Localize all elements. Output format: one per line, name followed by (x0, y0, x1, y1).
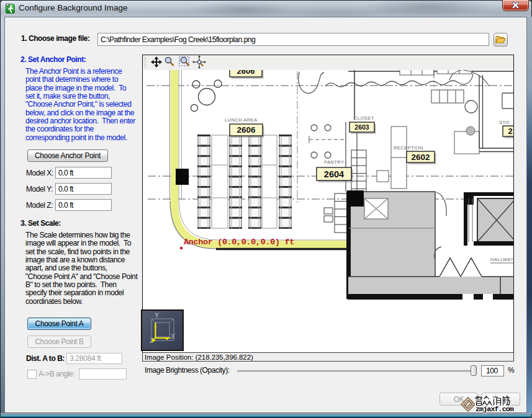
svg-text:Y: Y (155, 311, 159, 319)
svg-text:2606: 2606 (237, 70, 255, 76)
svg-text:Z: Z (150, 337, 153, 344)
svg-text:PANTRY: PANTRY (324, 159, 345, 165)
svg-text:Anchor (0.0,0.0,0.0) ft: Anchor (0.0,0.0,0.0) ft (184, 238, 294, 247)
svg-text:2603: 2603 (354, 123, 369, 131)
svg-text:2602: 2602 (411, 153, 430, 162)
svg-text:HALLWAY: HALLWAY (490, 257, 514, 262)
svg-text:X: X (171, 332, 175, 340)
svg-text:STO: STO (499, 120, 510, 125)
svg-text:2: 2 (508, 127, 512, 136)
svg-text:CLOSET: CLOSET (354, 115, 374, 121)
svg-text:2606: 2606 (237, 125, 256, 135)
svg-text:RECEPTION: RECEPTION (394, 145, 423, 151)
svg-text:2604: 2604 (324, 169, 344, 179)
svg-text:LUNCH AREA: LUNCH AREA (225, 117, 258, 123)
